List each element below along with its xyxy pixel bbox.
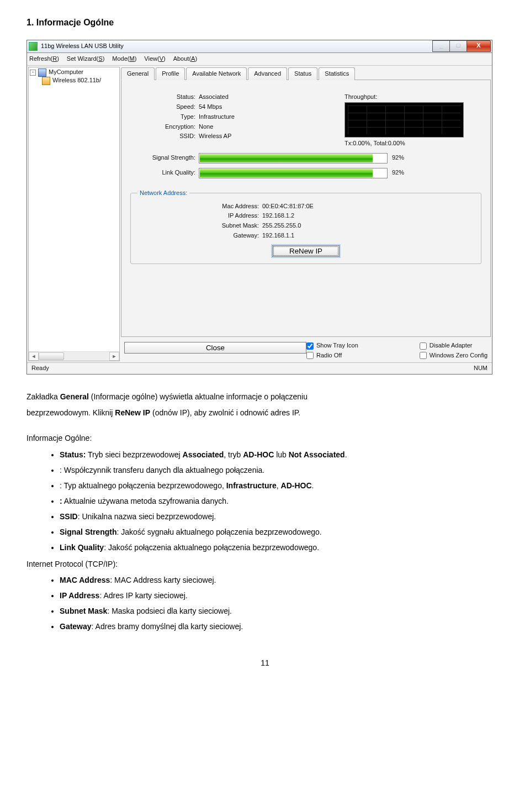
signal-strength-bar bbox=[199, 153, 388, 164]
titlebar: 11bg Wireless LAN USB Utility _ □ X bbox=[27, 40, 492, 53]
throughput-graph bbox=[344, 102, 464, 138]
signal-strength-label: Signal Strength: bbox=[129, 154, 199, 162]
doc-heading: 1. Informacje Ogólne bbox=[26, 14, 504, 31]
computer-icon bbox=[38, 68, 46, 77]
menu-about[interactable]: About(A) bbox=[173, 55, 197, 63]
ip-label: IP Address: bbox=[137, 212, 262, 220]
scroll-right-icon[interactable]: ► bbox=[109, 352, 119, 361]
type-value: Infrastructure bbox=[199, 113, 235, 121]
throughput-stats: Tx:0.00%, Total:0.00% bbox=[344, 140, 464, 147]
status-value: Associated bbox=[199, 93, 229, 101]
tab-general[interactable]: General bbox=[121, 67, 155, 81]
speed-value: 54 Mbps bbox=[199, 103, 222, 111]
menu-refresh[interactable]: Refresh(R) bbox=[29, 55, 59, 63]
list-item: Gateway: Adres bramy domyślnej dla karty… bbox=[60, 620, 504, 634]
speed-label: Speed: bbox=[129, 103, 199, 111]
list-item: Signal Strength: Jakość sygnału aktualne… bbox=[60, 525, 504, 540]
tab-strip: General Profile Available Network Advanc… bbox=[121, 67, 491, 81]
list-item: MAC Address: MAC Address karty sieciowej… bbox=[60, 573, 504, 588]
gateway-value: 192.168.1.1 bbox=[262, 232, 294, 240]
document-body: Zakładka General (Informacje ogólne) wyś… bbox=[26, 390, 504, 634]
type-label: Type: bbox=[129, 113, 199, 121]
section-2-title: Internet Protocol (TCP/IP): bbox=[26, 557, 504, 572]
mac-value: 00:E0:4C:81:87:0E bbox=[262, 203, 314, 210]
list-item: : Aktualnie używana metoda szyfrowania d… bbox=[60, 494, 504, 509]
scroll-thumb[interactable] bbox=[39, 352, 64, 360]
tab-status[interactable]: Status bbox=[288, 67, 317, 81]
close-button[interactable]: Close bbox=[124, 342, 306, 354]
subnet-value: 255.255.255.0 bbox=[262, 222, 301, 230]
menu-set-wizard[interactable]: Set Wizard(S) bbox=[67, 55, 104, 63]
status-left: Ready bbox=[31, 365, 49, 372]
radio-off-checkbox[interactable]: Radio Off bbox=[306, 352, 420, 360]
list-item: Link Quality: Jakość połączenia aktualne… bbox=[60, 541, 504, 555]
tree-h-scrollbar[interactable]: ◄ ► bbox=[29, 351, 119, 361]
renew-ip-button[interactable]: ReNew IP bbox=[272, 245, 340, 257]
tab-available-network[interactable]: Available Network bbox=[186, 67, 247, 81]
list-item: : Typ aktualnego połączenia bezprzewodow… bbox=[60, 479, 504, 493]
menu-view[interactable]: View(V) bbox=[144, 55, 165, 63]
subnet-label: Subnet Mask: bbox=[137, 222, 262, 230]
maximize-button[interactable]: □ bbox=[449, 40, 467, 52]
menu-mode[interactable]: Mode(M) bbox=[112, 55, 136, 63]
list-item: Subnet Mask: Maska podsieci dla karty si… bbox=[60, 604, 504, 619]
close-window-button[interactable]: X bbox=[467, 40, 491, 52]
window-title: 11bg Wireless LAN USB Utility bbox=[41, 43, 124, 50]
intro-line-1: Zakładka General (Informacje ogólne) wyś… bbox=[26, 390, 504, 404]
tree-child-label[interactable]: Wireless 802.11b/ bbox=[52, 77, 101, 85]
signal-strength-value: 92% bbox=[392, 154, 404, 162]
list-item: : Współczynnik transferu danych dla aktu… bbox=[60, 463, 504, 478]
encryption-label: Encryption: bbox=[129, 123, 199, 131]
status-label: Status: bbox=[129, 93, 199, 101]
section-1-list: Status: Tryb sieci bezprzewodowej Associ… bbox=[26, 448, 504, 555]
link-quality-label: Link Quality: bbox=[129, 169, 199, 177]
tree-expander-icon[interactable]: - bbox=[30, 70, 36, 76]
scroll-left-icon[interactable]: ◄ bbox=[29, 352, 39, 361]
section-2-list: MAC Address: MAC Address karty sieciowej… bbox=[26, 573, 504, 634]
windows-zero-config-checkbox[interactable]: Windows Zero Config bbox=[420, 352, 487, 360]
intro-line-2: bezprzewodowym. Kliknij ReNew IP (odnów … bbox=[26, 406, 504, 420]
ip-value: 192.168.1.2 bbox=[262, 212, 294, 220]
tab-advanced[interactable]: Advanced bbox=[248, 67, 287, 81]
tree-root-label[interactable]: MyComputer bbox=[49, 68, 83, 76]
encryption-value: None bbox=[199, 123, 213, 131]
throughput-label: Throughput: bbox=[344, 93, 464, 101]
ssid-value: Wireless AP bbox=[199, 133, 231, 140]
list-item: IP Address: Adres IP karty sieciowej. bbox=[60, 589, 504, 603]
page-number: 11 bbox=[26, 656, 504, 671]
link-quality-value: 92% bbox=[392, 169, 404, 177]
section-1-title: Informacje Ogólne: bbox=[26, 431, 504, 446]
menubar: Refresh(R) Set Wizard(S) Mode(M) View(V)… bbox=[27, 53, 492, 66]
network-address-legend: Network Address: bbox=[137, 189, 189, 197]
statusbar: Ready NUM bbox=[27, 362, 492, 374]
mac-label: Mac Address: bbox=[137, 203, 262, 210]
link-quality-bar bbox=[199, 168, 388, 178]
gateway-label: Gateway: bbox=[137, 232, 262, 240]
disable-adapter-checkbox[interactable]: Disable Adapter bbox=[420, 342, 487, 350]
ssid-label: SSID: bbox=[129, 133, 199, 140]
show-tray-icon-checkbox[interactable]: Show Tray Icon bbox=[306, 342, 420, 350]
list-item: SSID: Unikalna nazwa sieci bezprzewodowe… bbox=[60, 510, 504, 524]
wifi-card-icon bbox=[42, 77, 50, 85]
list-item: Status: Tryb sieci bezprzewodowej Associ… bbox=[60, 448, 504, 462]
window-controls: _ □ X bbox=[433, 40, 491, 52]
tab-page-general: Status:Associated Speed:54 Mbps Type:Inf… bbox=[121, 80, 491, 337]
tab-statistics[interactable]: Statistics bbox=[319, 67, 355, 81]
minimize-button[interactable]: _ bbox=[432, 40, 450, 52]
network-address-group: Network Address: Mac Address:00:E0:4C:81… bbox=[130, 189, 481, 264]
app-icon bbox=[29, 42, 38, 51]
device-tree[interactable]: - MyComputer Wireless 802.11b/ ◄ ► bbox=[28, 67, 120, 361]
tab-profile[interactable]: Profile bbox=[156, 67, 185, 81]
app-window: 11bg Wireless LAN USB Utility _ □ X Refr… bbox=[26, 40, 492, 375]
status-right: NUM bbox=[474, 365, 487, 372]
